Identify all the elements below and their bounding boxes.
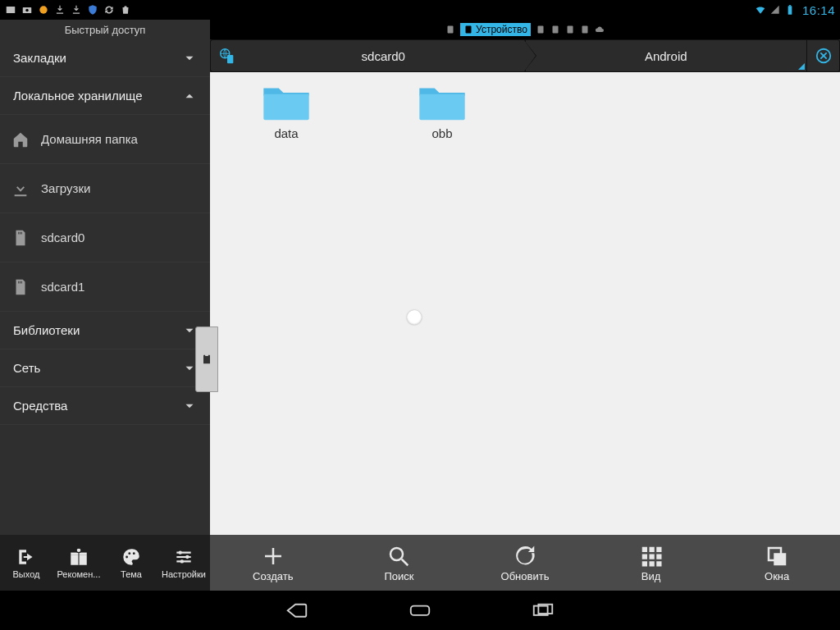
gift-icon [68,546,89,568]
nav-back-button[interactable] [285,598,309,623]
svg-rect-7 [466,26,472,34]
grid-icon [639,544,664,568]
sidebar-item-label: Загрузки [41,181,90,195]
device-tab-icon[interactable] [565,25,575,34]
sidebar-item-label: sdcard1 [41,280,84,294]
sidebar-section-libraries[interactable]: Библиотеки [0,312,210,349]
sidebar-item-sdcard1[interactable]: sdcard1 [0,262,210,312]
svg-rect-13 [227,55,233,63]
svg-point-19 [126,556,128,559]
sidebar-section-bookmarks[interactable]: Закладки [0,39,210,77]
svg-rect-10 [567,26,573,34]
tab-label: Устройство [476,24,527,35]
sdcard-icon [11,229,30,247]
svg-rect-27 [649,546,654,551]
device-tab-icon[interactable] [580,25,590,34]
svg-rect-30 [649,554,654,559]
sidebar-section-label: Сеть [13,361,40,375]
refresh-button[interactable]: Обновить [462,535,588,591]
gallery-indicator-icon [5,4,16,16]
recommend-button[interactable]: Рекомен... [52,535,105,591]
create-button[interactable]: Создать [210,535,336,591]
svg-rect-34 [656,561,661,566]
button-label: Окна [765,570,789,582]
folder-label: data [274,126,298,140]
nav-recent-button[interactable] [531,598,555,623]
breadcrumb-close-button[interactable] [807,39,840,72]
shopping-indicator-icon [120,4,131,16]
svg-rect-15 [203,355,210,364]
sidebar-section-network[interactable]: Сеть [0,349,210,387]
folder-label: obb [431,126,452,140]
palette-icon [121,546,142,568]
android-nav-bar [0,591,840,630]
breadcrumb-root-button[interactable] [210,39,243,72]
svg-rect-11 [582,26,587,34]
clipboard-icon [200,351,213,368]
sidebar-item-downloads[interactable]: Загрузки [0,164,210,213]
breadcrumb-seg-android[interactable]: Android [525,39,808,72]
breadcrumb-label: Android [645,49,687,63]
file-grid[interactable]: data obb [210,72,840,535]
settings-button[interactable]: Настройки [158,535,210,591]
sidebar-section-label: Библиотеки [13,323,80,337]
button-label: Рекомен... [57,569,101,579]
sidebar-section-label: Средства [13,399,67,413]
device-tab-icon[interactable] [550,25,560,34]
clipboard-drawer-handle[interactable] [195,326,218,392]
button-label: Выход [13,569,40,579]
windows-button[interactable]: Окна [714,535,840,591]
svg-rect-4 [788,6,792,14]
svg-point-25 [390,548,403,560]
android-status-bar: 16:14 [0,0,840,20]
device-tab-icon[interactable] [536,25,546,34]
sidebar: Быстрый доступ Закладки Локальное хранил… [0,20,210,535]
button-label: Обновить [501,570,550,582]
folder-item-data[interactable]: data [217,82,356,140]
svg-rect-9 [552,26,558,34]
svg-point-23 [185,555,189,559]
chevron-down-icon [182,399,197,413]
device-tab-icon[interactable] [445,25,455,34]
sliders-icon [173,546,194,568]
camera-indicator-icon [21,4,33,16]
globe-device-icon [218,47,236,65]
sidebar-item-home-folder[interactable]: Домашняя папка [0,115,210,164]
download-icon [11,180,30,198]
sidebar-item-label: sdcard0 [41,231,84,244]
search-button[interactable]: Поиск [336,535,463,591]
svg-rect-28 [656,546,661,551]
breadcrumb-seg-sdcard0[interactable]: sdcard0 [243,39,525,72]
dropdown-marker-icon [798,63,805,70]
device-icon [463,25,473,34]
svg-rect-36 [774,553,786,565]
nav-home-button[interactable] [408,598,432,623]
exit-button[interactable]: Выход [0,535,52,591]
close-circle-icon [815,47,833,65]
cloud-tab-icon[interactable] [595,25,605,34]
svg-point-22 [179,550,182,554]
exit-icon [16,546,37,568]
sidebar-title: Быстрый доступ [0,20,210,39]
download-indicator-icon [54,4,66,16]
chevron-up-icon [182,89,197,103]
svg-point-21 [133,552,135,555]
svg-rect-33 [649,561,654,566]
svg-rect-26 [641,546,646,551]
tab-device-active[interactable]: Устройство [460,23,531,36]
shield-indicator-icon [87,4,98,16]
sidebar-toolbar: Выход Рекомен... Тема Настройки [0,535,210,591]
clock-text: 16:14 [802,3,835,17]
sidebar-item-sdcard0[interactable]: sdcard0 [0,213,210,262]
button-label: Вид [641,570,661,582]
svg-rect-5 [789,5,791,6]
touch-feedback-dot [407,310,422,325]
folder-item-obb[interactable]: obb [372,82,512,140]
sidebar-section-local-storage[interactable]: Локальное хранилище [0,77,210,115]
svg-point-2 [25,9,29,11]
theme-button[interactable]: Тема [105,535,158,591]
view-button[interactable]: Вид [588,535,714,591]
sidebar-section-tools[interactable]: Средства [0,387,210,425]
plus-icon [261,544,285,568]
svg-rect-16 [205,354,208,356]
